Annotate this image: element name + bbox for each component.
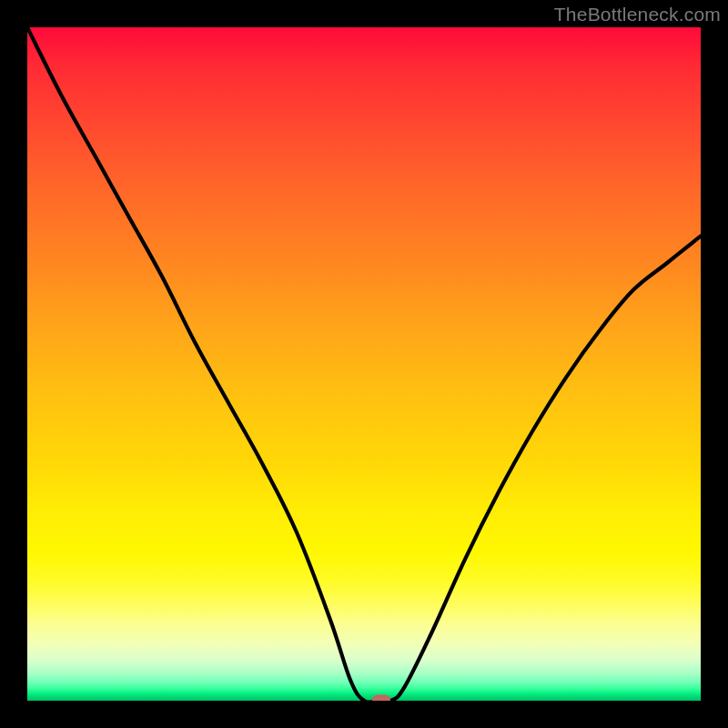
- optimal-marker: [372, 695, 390, 702]
- curve-layer: [27, 27, 701, 701]
- chart-frame: TheBottleneck.com: [0, 0, 728, 728]
- watermark-text: TheBottleneck.com: [554, 4, 721, 25]
- plot-area: [27, 27, 701, 701]
- bottleneck-curve: [27, 27, 701, 701]
